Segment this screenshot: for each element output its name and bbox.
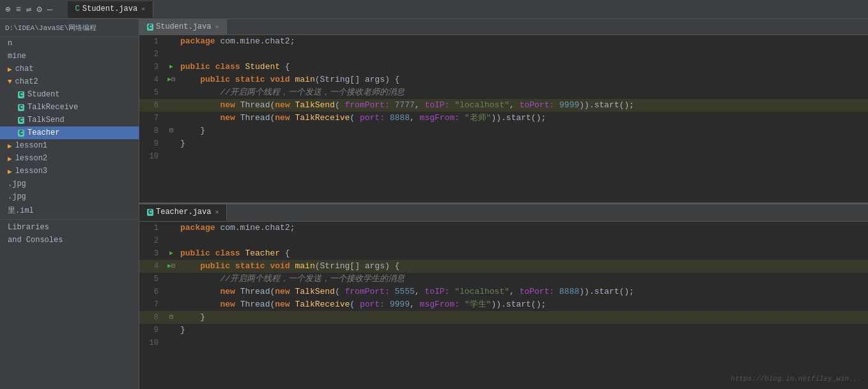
sidebar-item-chat2[interactable]: ▼ chat2 bbox=[0, 75, 139, 88]
student-line-9: 9 } bbox=[139, 137, 868, 150]
run-arrow-3[interactable]: ▶ bbox=[169, 61, 173, 73]
teacher-line-8: 8 ⊟ } bbox=[139, 311, 868, 324]
window-controls[interactable]: ⊕ ≡ ⇌ ⚙ — bbox=[5, 4, 52, 15]
sidebar-item-mine[interactable]: mine bbox=[0, 50, 139, 63]
teacher-line-5: 5 //开启两个线程，一个发送，一个接收学生的消息 bbox=[139, 273, 868, 286]
fold-icon-t4[interactable]: ⊟ bbox=[171, 260, 175, 273]
editor-tab-teacher-close[interactable]: ✕ bbox=[215, 208, 219, 216]
student-line-2: 2 bbox=[139, 48, 868, 61]
teacher-line-4: 4 ▶ ⊟ public static void main(String[] a… bbox=[139, 260, 868, 273]
sidebar-item-chat[interactable]: ▶ chat bbox=[0, 63, 139, 75]
fold-icon-t8[interactable]: ⊟ bbox=[169, 311, 173, 324]
fold-icon-8[interactable]: ⊟ bbox=[169, 125, 173, 137]
student-line-1: 1 package com.mine.chat2; bbox=[139, 35, 868, 48]
student-line-5: 5 //开启两个线程，一个发送，一个接收老师的消息 bbox=[139, 86, 868, 99]
sidebar: D:\IDEA\JavaSE\网络编程 n mine ▶ chat ▼ chat… bbox=[0, 19, 139, 389]
list-icon[interactable]: ≡ bbox=[15, 4, 20, 15]
teacher-line-1: 1 package com.mine.chat2; bbox=[139, 222, 868, 234]
run-arrow-t3[interactable]: ▶ bbox=[169, 247, 173, 260]
folder-icon-chat2: ▼ bbox=[8, 78, 12, 86]
sidebar-item-n[interactable]: n bbox=[0, 37, 139, 50]
sidebar-item-lesson1[interactable]: ▶ lesson1 bbox=[0, 139, 139, 152]
folder-icon-lesson1: ▶ bbox=[8, 142, 12, 150]
class-icon-teacher: C bbox=[18, 130, 24, 137]
teacher-line-9: 9 } bbox=[139, 324, 868, 337]
class-icon-talkreceive: C bbox=[18, 104, 24, 111]
editor-tab-student-label: Student.java bbox=[156, 22, 211, 31]
editor-tab-bar: C Student.java ✕ bbox=[139, 19, 868, 35]
class-icon-talksend: C bbox=[18, 117, 24, 124]
teacher-tab-icon: C bbox=[147, 209, 153, 216]
editor-tab-teacher[interactable]: C Teacher.java ✕ bbox=[139, 204, 227, 221]
title-bar: ⊕ ≡ ⇌ ⚙ — C Student.java ✕ bbox=[0, 0, 868, 19]
editor-wrapper: C Student.java ✕ 1 package com.mine.chat… bbox=[139, 19, 868, 389]
teacher-line-7: 7 new Thread(new TalkReceive( port: 9999… bbox=[139, 298, 868, 311]
sidebar-breadcrumb: D:\IDEA\JavaSE\网络编程 bbox=[0, 19, 139, 37]
teacher-line-3: 3 ▶ public class Teacher { bbox=[139, 247, 868, 260]
editor-tab-student-close[interactable]: ✕ bbox=[215, 23, 219, 31]
student-tab-icon: C bbox=[147, 24, 153, 31]
sidebar-item-lesson3[interactable]: ▶ lesson3 bbox=[0, 165, 139, 178]
student-line-3: 3 ▶ public class Student { bbox=[139, 61, 868, 73]
editor-tab-student[interactable]: C Student.java ✕ bbox=[139, 19, 227, 34]
fold-icon-4[interactable]: ⊟ bbox=[171, 73, 175, 86]
teacher-tab-bar: C Teacher.java ✕ bbox=[139, 204, 868, 222]
sidebar-item-libraries[interactable]: Libraries bbox=[0, 221, 139, 234]
split-icon[interactable]: ⇌ bbox=[26, 4, 31, 15]
sidebar-item-talksend[interactable]: C TalkSend bbox=[0, 114, 139, 126]
teacher-line-10: 10 bbox=[139, 337, 868, 349]
student-line-4: 4 ▶ ⊟ public static void main(String[] a… bbox=[139, 73, 868, 86]
student-line-7: 7 new Thread(new TalkReceive( port: 8888… bbox=[139, 112, 868, 125]
teacher-line-6: 6 new Thread(new TalkSend( fromPort: 555… bbox=[139, 286, 868, 298]
minimize-icon[interactable]: — bbox=[47, 4, 52, 15]
folder-icon-chat: ▶ bbox=[8, 65, 12, 73]
top-tab-student-label: Student.java bbox=[82, 4, 137, 13]
top-tab-student-close[interactable]: ✕ bbox=[141, 5, 145, 13]
sidebar-divider bbox=[0, 219, 139, 220]
sidebar-item-talkreceive[interactable]: C TalkReceive bbox=[0, 101, 139, 114]
top-tab-bar: C Student.java ✕ bbox=[68, 1, 154, 18]
sidebar-item-teacher[interactable]: C Teacher bbox=[0, 126, 139, 139]
class-icon-student: C bbox=[18, 91, 24, 98]
student-line-8: 8 ⊟ } bbox=[139, 125, 868, 137]
student-line-10: 10 bbox=[139, 150, 868, 163]
settings-icon[interactable]: ⚙ bbox=[36, 4, 42, 15]
watermark: https://blog.in.netfiley_win... bbox=[731, 375, 862, 383]
sidebar-item-lesson2[interactable]: ▶ lesson2 bbox=[0, 152, 139, 165]
sidebar-item-jpg1[interactable]: .jpg bbox=[0, 178, 139, 190]
sidebar-item-and-consoles[interactable]: and Consoles bbox=[0, 234, 139, 247]
student-line-6: 6 new Thread(new TalkSend( fromPort: 777… bbox=[139, 99, 868, 112]
sidebar-item-iml[interactable]: 里.iml bbox=[0, 203, 139, 218]
sidebar-item-jpg2[interactable]: .jpg bbox=[0, 190, 139, 203]
editor-tab-teacher-label: Teacher.java bbox=[156, 208, 211, 217]
folder-icon-lesson3: ▶ bbox=[8, 167, 12, 176]
target-icon[interactable]: ⊕ bbox=[5, 4, 10, 15]
teacher-line-2: 2 bbox=[139, 234, 868, 247]
folder-icon-lesson2: ▶ bbox=[8, 155, 12, 163]
main-layout: D:\IDEA\JavaSE\网络编程 n mine ▶ chat ▼ chat… bbox=[0, 19, 868, 389]
tab-file-icon: C bbox=[75, 4, 80, 13]
student-code-panel: 1 package com.mine.chat2; 2 3 ▶ public c… bbox=[139, 35, 868, 204]
top-tab-student[interactable]: C Student.java ✕ bbox=[68, 1, 154, 18]
teacher-code-panel: 1 package com.mine.chat2; 2 3 ▶ public c… bbox=[139, 222, 868, 389]
sidebar-item-student[interactable]: C Student bbox=[0, 88, 139, 101]
